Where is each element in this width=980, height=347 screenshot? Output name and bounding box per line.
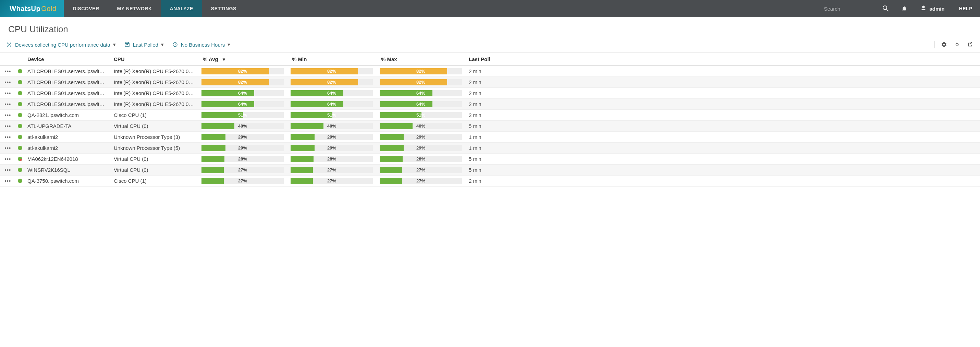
gear-icon[interactable] (940, 41, 948, 48)
device-name[interactable]: QA-2821.ipswitch.com (24, 112, 110, 118)
status-dot (18, 69, 22, 73)
device-name[interactable]: ATLCROBLES01.servers.ipswitch.... (24, 101, 110, 107)
percent-bar: 82% (376, 68, 465, 75)
percent-bar: 27% (376, 178, 465, 184)
table-row[interactable]: •••QA-2821.ipswitch.comCisco CPU (1)51%5… (0, 110, 980, 121)
table-row[interactable]: •••MA062kr12EN642018Virtual CPU (0)28%28… (0, 154, 980, 165)
table-row[interactable]: •••atl-akulkarni2Unknown Processor Type … (0, 132, 980, 143)
table-row[interactable]: •••atl-akulkarni2Unknown Processor Type … (0, 143, 980, 154)
status-dot (18, 168, 22, 172)
cpu-name: Intel(R) Xeon(R) CPU E5-2670 0 @ 2.6... (110, 79, 198, 85)
table-row[interactable]: •••ATL-UPGRADE-TAVirtual CPU (0)40%40%40… (0, 121, 980, 132)
percent-bar: 82% (376, 79, 465, 85)
table-row[interactable]: •••ATLCROBLES01.servers.ipswitch....Inte… (0, 88, 980, 99)
device-name[interactable]: WINSRV2K16SQL (24, 167, 110, 173)
cpu-name: Cisco CPU (1) (110, 178, 198, 184)
col-max[interactable]: % Max (376, 56, 465, 62)
percent-value: 51% (380, 112, 462, 118)
cpu-name: Cisco CPU (1) (110, 112, 198, 118)
percent-bar: 27% (198, 178, 287, 184)
filter-business-hours[interactable]: No Business Hours ▾ (172, 41, 230, 48)
refresh-icon[interactable] (953, 41, 961, 48)
row-actions-icon[interactable]: ••• (0, 90, 16, 96)
export-icon[interactable] (966, 41, 974, 48)
grid-body: •••ATLCROBLES01.servers.ipswitch....Inte… (0, 66, 980, 186)
row-actions-icon[interactable]: ••• (0, 101, 16, 107)
row-actions-icon[interactable]: ••• (0, 134, 16, 140)
device-name[interactable]: QA-3750.ipswitch.com (24, 178, 110, 184)
filter-polled-label: Last Polled (133, 42, 158, 48)
product-logo[interactable]: WhatsUp Gold (0, 0, 64, 17)
col-cpu[interactable]: CPU (110, 56, 198, 62)
row-actions-icon[interactable]: ••• (0, 68, 16, 74)
toolbar (934, 41, 974, 48)
cpu-name: Intel(R) Xeon(R) CPU E5-2670 0 @ 2.6... (110, 68, 198, 74)
percent-value: 82% (380, 79, 462, 85)
percent-bar: 29% (198, 134, 287, 140)
cpu-name: Intel(R) Xeon(R) CPU E5-2670 0 @ 2.6... (110, 101, 198, 107)
percent-value: 82% (291, 79, 373, 85)
row-actions-icon[interactable]: ••• (0, 145, 16, 151)
percent-value: 27% (380, 178, 462, 184)
filter-devices[interactable]: Devices collecting CPU performance data … (6, 41, 116, 48)
percent-bar: 40% (198, 123, 287, 129)
search-input[interactable] (824, 6, 872, 12)
chevron-down-icon: ▾ (161, 41, 164, 48)
help-link[interactable]: HELP (951, 0, 980, 17)
percent-value: 27% (380, 167, 462, 173)
filter-last-polled[interactable]: Last Polled ▾ (124, 41, 164, 48)
cpu-name: Virtual CPU (0) (110, 167, 198, 173)
primary-nav: DISCOVERMY NETWORKANALYZESETTINGS (64, 0, 245, 17)
col-last-poll[interactable]: Last Poll (465, 56, 980, 62)
percent-bar: 29% (287, 145, 376, 151)
nav-item-my-network[interactable]: MY NETWORK (108, 0, 161, 17)
table-row[interactable]: •••ATLCROBLES01.servers.ipswitch....Inte… (0, 99, 980, 110)
status-dot (18, 91, 22, 96)
device-name[interactable]: MA062kr12EN642018 (24, 156, 110, 162)
nav-item-settings[interactable]: SETTINGS (202, 0, 245, 17)
col-device[interactable]: Device (24, 56, 110, 62)
last-poll: 2 min (465, 79, 980, 85)
percent-value: 40% (202, 123, 284, 129)
status-dot (18, 102, 22, 106)
global-search[interactable] (819, 0, 877, 17)
percent-bar: 64% (376, 101, 465, 107)
table-row[interactable]: •••QA-3750.ipswitch.comCisco CPU (1)27%2… (0, 175, 980, 186)
table-row[interactable]: •••ATLCROBLES01.servers.ipswitch....Inte… (0, 77, 980, 88)
device-name[interactable]: ATLCROBLES01.servers.ipswitch.... (24, 79, 110, 85)
percent-bar: 64% (287, 90, 376, 96)
row-actions-icon[interactable]: ••• (0, 156, 16, 162)
nav-item-label: MY NETWORK (117, 6, 152, 11)
row-actions-icon[interactable]: ••• (0, 112, 16, 118)
percent-bar: 28% (376, 156, 465, 162)
percent-value: 51% (291, 112, 373, 118)
row-actions-icon[interactable]: ••• (0, 123, 16, 129)
percent-bar: 64% (198, 90, 287, 96)
percent-value: 64% (291, 90, 373, 96)
percent-bar: 51% (287, 112, 376, 118)
bell-icon[interactable] (895, 0, 913, 17)
device-name[interactable]: ATL-UPGRADE-TA (24, 123, 110, 129)
device-name[interactable]: ATLCROBLES01.servers.ipswitch.... (24, 68, 110, 74)
percent-value: 29% (380, 134, 462, 140)
percent-value: 27% (202, 178, 284, 184)
user-menu[interactable]: admin (913, 0, 951, 17)
chevron-down-icon: ▾ (228, 41, 230, 48)
row-actions-icon[interactable]: ••• (0, 79, 16, 85)
col-min[interactable]: % Min (287, 56, 376, 62)
col-avg[interactable]: % Avg ▼ (198, 56, 287, 62)
table-row[interactable]: •••WINSRV2K16SQLVirtual CPU (0)27%27%27%… (0, 165, 980, 175)
device-name[interactable]: atl-akulkarni2 (24, 134, 110, 140)
percent-value: 28% (202, 156, 284, 162)
device-name[interactable]: atl-akulkarni2 (24, 145, 110, 151)
percent-value: 29% (380, 145, 462, 151)
nav-item-discover[interactable]: DISCOVER (64, 0, 108, 17)
row-actions-icon[interactable]: ••• (0, 178, 16, 184)
device-name[interactable]: ATLCROBLES01.servers.ipswitch.... (24, 90, 110, 96)
percent-value: 40% (291, 123, 373, 129)
search-icon[interactable] (877, 0, 895, 17)
nav-item-analyze[interactable]: ANALYZE (161, 0, 202, 17)
percent-bar: 82% (198, 68, 287, 75)
row-actions-icon[interactable]: ••• (0, 167, 16, 173)
table-row[interactable]: •••ATLCROBLES01.servers.ipswitch....Inte… (0, 66, 980, 77)
